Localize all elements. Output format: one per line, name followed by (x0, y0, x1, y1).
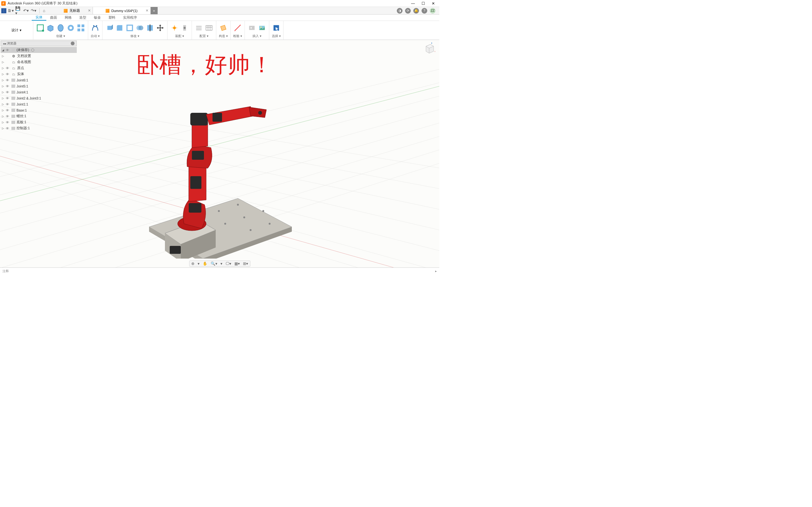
fillet-icon[interactable] (115, 23, 124, 32)
undo-button[interactable]: ↶▾ (23, 8, 29, 14)
browser-panel: ◂◂ 浏览器 ◢ 👁 (未保存) ▷⚙文档设置 ▷🗀命名视图 ▷👁🗀原点 ▷👁🗀… (1, 41, 77, 132)
config-icon[interactable] (194, 23, 203, 32)
tab-surface[interactable]: 曲面 (46, 14, 61, 20)
move-icon[interactable] (156, 23, 165, 32)
activate-dot[interactable] (31, 49, 34, 52)
tab-dummy[interactable]: Dummy v164*(1) ✕ (93, 7, 151, 14)
table-icon[interactable] (205, 23, 213, 32)
add-tab-button[interactable]: + (151, 7, 158, 14)
tree-item[interactable]: ▷👁Joint5:1 (1, 83, 77, 89)
auto-icon[interactable] (91, 23, 100, 32)
tree-root[interactable]: ◢ 👁 (未保存) (1, 47, 77, 53)
notifications-icon[interactable]: 🔔 (413, 8, 419, 14)
group-label[interactable]: 装配 ▾ (175, 34, 184, 39)
redo-button[interactable]: ↷▾ (31, 8, 37, 14)
zoom-icon[interactable]: 🔍▾ (211, 262, 217, 266)
user-avatar[interactable]: ZZ (430, 8, 436, 14)
tab-utilities[interactable]: 实用程序 (119, 14, 141, 20)
timeline-toggle[interactable]: ▸ (435, 269, 437, 273)
viewcube[interactable]: z x (423, 43, 436, 55)
presspull-icon[interactable] (105, 23, 114, 32)
tree-item[interactable]: ▷👁Base:1 (1, 107, 77, 113)
window-title: Autodesk Fusion 360 (试用将于 30 天后结束) (8, 1, 78, 6)
group-label[interactable]: 选择 ▾ (272, 34, 281, 39)
tree-item[interactable]: ▷👁Joint6:1 (1, 77, 77, 83)
hole-icon[interactable] (66, 23, 75, 32)
tab-sheetmetal[interactable]: 钣金 (90, 14, 105, 20)
fit-icon[interactable]: ▾ (220, 262, 222, 266)
help-icon[interactable]: ? (421, 8, 427, 14)
joint-icon[interactable] (170, 23, 179, 32)
revolve-icon[interactable] (56, 23, 65, 32)
shell-icon[interactable] (125, 23, 134, 32)
svg-point-65 (269, 223, 270, 225)
overlay-caption: 卧槽，好帅！ (136, 50, 273, 80)
tree-item[interactable]: ▷👁Joint1:1 (1, 101, 77, 107)
group-label[interactable]: 插入 ▾ (252, 34, 261, 39)
select-icon[interactable] (272, 23, 281, 32)
collapse-icon[interactable]: ◂◂ (3, 42, 6, 45)
svg-rect-70 (192, 151, 204, 160)
design-dropdown[interactable]: 设计 ▾ (4, 23, 29, 38)
new-file-button[interactable]: 🗎▾ (8, 8, 14, 14)
close-icon[interactable]: ✕ (88, 9, 91, 13)
group-label[interactable]: 配置 ▾ (200, 34, 208, 39)
extensions-icon[interactable]: ◑ (397, 8, 403, 14)
maximize-button[interactable]: ☐ (421, 1, 425, 6)
plane-icon[interactable] (219, 23, 228, 32)
svg-point-4 (69, 26, 72, 29)
insert-image-icon[interactable] (258, 23, 266, 32)
orbit-icon[interactable]: ⊕ (191, 262, 194, 266)
apps-grid-icon[interactable]: ⋮⋮⋮ (1, 8, 6, 13)
group-label[interactable]: 修改 ▾ (131, 34, 139, 39)
asbuilt-joint-icon[interactable] (180, 23, 189, 32)
measure-icon[interactable] (233, 23, 242, 32)
close-icon[interactable]: ✕ (146, 9, 148, 13)
pan-icon[interactable]: ✋ (203, 262, 207, 266)
sketch-icon[interactable] (36, 23, 45, 32)
cube-icon (64, 9, 67, 13)
tab-mesh[interactable]: 网格 (61, 14, 75, 20)
svg-rect-7 (78, 29, 80, 32)
save-button[interactable]: 💾▾ (15, 8, 21, 14)
browser-header[interactable]: ◂◂ 浏览器 (1, 41, 77, 46)
tree-item[interactable]: ▷👁底板:1 (1, 119, 77, 125)
minimize-button[interactable]: — (411, 1, 415, 6)
tree-item[interactable]: ▷👁🗀实体 (1, 71, 77, 77)
tree-item[interactable]: ▷👁螺丝:1 (1, 113, 77, 119)
extrude-icon[interactable] (46, 23, 55, 32)
tab-solid[interactable]: 实体 (32, 14, 46, 20)
svg-point-1 (42, 30, 44, 32)
group-label[interactable]: 检验 ▾ (233, 34, 242, 39)
tree-item[interactable]: ▷👁控制器:1 (1, 125, 77, 131)
viewport-icon[interactable]: ⊞▾ (243, 262, 248, 266)
updates-icon[interactable]: ⟳ (405, 8, 411, 14)
split-icon[interactable] (146, 23, 154, 32)
tab-label: 无标题 (69, 8, 80, 13)
group-label[interactable]: 自动 ▾ (91, 34, 100, 39)
tree-item[interactable]: ▷👁🗀原点 (1, 65, 77, 71)
display-icon[interactable]: 🖵▾ (225, 262, 231, 266)
expand-icon[interactable]: ◢ (2, 49, 4, 52)
tree-item[interactable]: ▷🗀命名视图 (1, 59, 77, 65)
tab-form[interactable]: 造型 (75, 14, 90, 20)
grid-icon[interactable]: ▦▾ (235, 262, 240, 266)
tree-item[interactable]: ▷⚙文档设置 (1, 53, 77, 59)
look-icon[interactable]: ▾ (198, 262, 200, 266)
tree-item[interactable]: ▷👁Joint4:1 (1, 89, 77, 95)
close-button[interactable]: ✕ (431, 1, 436, 6)
pin-icon[interactable] (71, 42, 74, 45)
svg-point-61 (262, 210, 264, 212)
comments-label[interactable]: 注释 (3, 269, 9, 274)
tab-plastic[interactable]: 塑料 (105, 14, 119, 20)
eye-icon[interactable]: 👁 (6, 48, 10, 52)
home-button[interactable]: ⌂ (41, 8, 47, 14)
tree-item[interactable]: ▷👁Joint2 & Joint3:1 (1, 95, 77, 101)
group-configure: 配置 ▾ (192, 21, 216, 40)
tab-untitled[interactable]: 无标题 ✕ (51, 7, 93, 14)
insert-decal-icon[interactable] (247, 23, 256, 32)
pattern-icon[interactable] (77, 23, 85, 32)
combine-icon[interactable] (136, 23, 144, 32)
group-label[interactable]: 创建 ▾ (56, 34, 65, 39)
group-label[interactable]: 构造 ▾ (219, 34, 228, 39)
